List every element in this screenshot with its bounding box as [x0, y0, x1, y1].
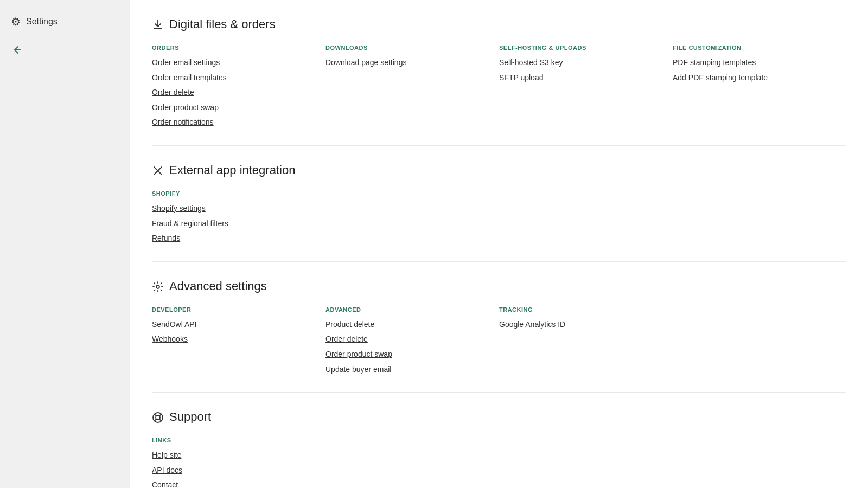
column-self-hosting-uploads: SELF-HOSTING & UPLOADSSelf-hosted S3 key… [499, 44, 673, 128]
link-orders-2[interactable]: Order delete [152, 87, 315, 98]
svg-line-9 [155, 420, 156, 421]
column-tracking: TRACKINGGoogle Analytics ID [499, 306, 673, 375]
column-file-customization: FILE CUSTOMIZATIONPDF stamping templates… [673, 44, 846, 128]
column-downloads: DOWNLOADSDownload page settings [326, 44, 499, 128]
column-header-links: LINKS [152, 437, 315, 444]
link-downloads-0[interactable]: Download page settings [326, 57, 488, 68]
section-external-app-integration: External app integrationSHOPIFYShopify s… [152, 146, 846, 262]
section-advanced-settings: Advanced settingsDEVELOPERSendOwl APIWeb… [152, 262, 846, 393]
column-links: LINKSHelp siteAPI docsContact [152, 437, 326, 488]
column-links-self-hosting-uploads: Self-hosted S3 keySFTP upload [499, 57, 662, 83]
link-links-0[interactable]: Help site [152, 450, 315, 461]
link-links-1[interactable]: API docs [152, 465, 315, 476]
column-header-shopify: SHOPIFY [152, 190, 315, 197]
section-icon-support [152, 410, 164, 424]
link-self-hosting-uploads-1[interactable]: SFTP upload [499, 73, 662, 84]
sidebar-header: ⚙ Settings [0, 9, 130, 35]
column-empty6 [499, 437, 673, 488]
svg-point-3 [156, 285, 159, 288]
link-orders-4[interactable]: Order notifications [152, 117, 315, 128]
column-links-links: Help siteAPI docsContact [152, 450, 315, 488]
column-header-developer: DEVELOPER [152, 306, 315, 313]
column-header-orders: ORDERS [152, 44, 315, 51]
section-support: SupportLINKSHelp siteAPI docsContact [152, 393, 846, 488]
section-columns-external-app-integration: SHOPIFYShopify settingsFraud & regional … [152, 190, 846, 244]
column-advanced: ADVANCEDProduct deleteOrder deleteOrder … [326, 306, 499, 375]
link-shopify-0[interactable]: Shopify settings [152, 203, 315, 214]
link-developer-0[interactable]: SendOwl API [152, 319, 315, 330]
link-shopify-1[interactable]: Fraud & regional filters [152, 219, 315, 229]
column-header-advanced: ADVANCED [326, 306, 488, 313]
section-columns-advanced-settings: DEVELOPERSendOwl APIWebhooksADVANCEDProd… [152, 306, 846, 375]
column-developer: DEVELOPERSendOwl APIWebhooks [152, 306, 326, 375]
link-self-hosting-uploads-0[interactable]: Self-hosted S3 key [499, 57, 662, 68]
column-links-advanced: Product deleteOrder deleteOrder product … [326, 319, 488, 375]
section-digital-files-orders: Digital files & ordersORDERSOrder email … [152, 0, 846, 146]
column-empty3 [673, 190, 846, 244]
link-orders-3[interactable]: Order product swap [152, 102, 315, 113]
link-orders-0[interactable]: Order email settings [152, 57, 315, 68]
link-tracking-0[interactable]: Google Analytics ID [499, 319, 662, 330]
column-empty2 [499, 190, 673, 244]
link-developer-1[interactable]: Webhooks [152, 334, 315, 345]
section-title-text-external-app-integration: External app integration [169, 163, 295, 177]
column-empty7 [673, 437, 846, 488]
column-shopify: SHOPIFYShopify settingsFraud & regional … [152, 190, 326, 244]
column-empty5 [326, 437, 499, 488]
sidebar: ⚙ Settings [0, 0, 130, 488]
column-links-downloads: Download page settings [326, 57, 488, 68]
section-icon-digital-files-orders [152, 17, 164, 31]
column-orders: ORDERSOrder email settingsOrder email te… [152, 44, 326, 128]
sidebar-back-nav[interactable] [0, 39, 130, 63]
section-columns-support: LINKSHelp siteAPI docsContact [152, 437, 846, 488]
column-links-developer: SendOwl APIWebhooks [152, 319, 315, 345]
main-content: Digital files & ordersORDERSOrder email … [130, 0, 868, 488]
link-links-2[interactable]: Contact [152, 480, 315, 488]
column-header-file-customization: FILE CUSTOMIZATION [673, 44, 835, 51]
column-links-tracking: Google Analytics ID [499, 319, 662, 330]
link-file-customization-0[interactable]: PDF stamping templates [673, 57, 835, 68]
column-empty1 [326, 190, 499, 244]
section-title-support: Support [152, 410, 846, 424]
column-header-self-hosting-uploads: SELF-HOSTING & UPLOADS [499, 44, 662, 51]
section-title-text-advanced-settings: Advanced settings [169, 279, 267, 293]
settings-icon: ⚙ [11, 15, 21, 28]
column-header-downloads: DOWNLOADS [326, 44, 488, 51]
back-arrow-icon [11, 44, 22, 58]
section-icon-external-app-integration [152, 163, 164, 177]
link-advanced-1[interactable]: Order delete [326, 334, 488, 345]
svg-line-6 [155, 414, 156, 416]
column-header-tracking: TRACKING [499, 306, 662, 313]
link-advanced-2[interactable]: Order product swap [326, 349, 488, 360]
sidebar-title: Settings [26, 17, 58, 27]
svg-line-8 [159, 414, 161, 416]
section-columns-digital-files-orders: ORDERSOrder email settingsOrder email te… [152, 44, 846, 128]
section-icon-advanced-settings [152, 279, 164, 293]
section-title-digital-files-orders: Digital files & orders [152, 17, 846, 31]
link-shopify-2[interactable]: Refunds [152, 233, 315, 244]
link-advanced-3[interactable]: Update buyer email [326, 364, 488, 375]
svg-line-7 [159, 420, 161, 421]
section-title-advanced-settings: Advanced settings [152, 279, 846, 293]
section-title-text-support: Support [169, 410, 211, 424]
column-links-shopify: Shopify settingsFraud & regional filters… [152, 203, 315, 244]
link-advanced-0[interactable]: Product delete [326, 319, 488, 330]
section-title-external-app-integration: External app integration [152, 163, 846, 177]
column-links-orders: Order email settingsOrder email template… [152, 57, 315, 128]
section-title-text-digital-files-orders: Digital files & orders [169, 17, 276, 31]
column-links-file-customization: PDF stamping templatesAdd PDF stamping t… [673, 57, 835, 83]
link-file-customization-1[interactable]: Add PDF stamping template [673, 73, 835, 84]
column-empty4 [673, 306, 846, 375]
link-orders-1[interactable]: Order email templates [152, 73, 315, 84]
